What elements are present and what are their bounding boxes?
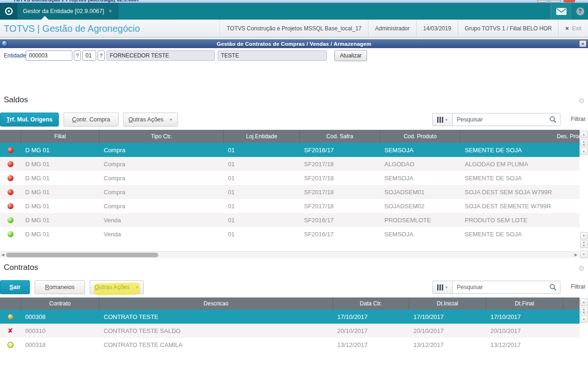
cell: D MG 01 xyxy=(21,227,99,241)
refresh-button[interactable]: Atualizar xyxy=(334,50,367,61)
column-header-filial[interactable]: Filial xyxy=(21,130,99,143)
contratos-gear-icon[interactable]: ⚙ xyxy=(579,265,585,272)
table-row[interactable]: D MG 01 Compra 01 SF2016/17 SEMSOJA SEME… xyxy=(0,143,580,157)
mail-button[interactable] xyxy=(551,3,572,20)
search-icon[interactable] xyxy=(549,116,557,125)
scroll-top-icon[interactable]: ▲ xyxy=(580,148,588,155)
close-button[interactable] xyxy=(564,0,575,2)
cell: 17/10/2017 xyxy=(409,310,486,324)
tab-close-icon[interactable]: × xyxy=(109,8,112,14)
tab-gestor-da-entidade[interactable]: Gestor da Entidade [02.9.0067] × xyxy=(17,3,119,20)
scroll-top-icon[interactable]: ▲ xyxy=(580,315,588,323)
cell: Venda xyxy=(99,227,223,241)
contratos-search-input[interactable] xyxy=(452,281,560,294)
status-column-header[interactable] xyxy=(0,297,21,310)
scroll-page-up-icon[interactable]: ▲▲ xyxy=(580,139,588,147)
entity-store-input[interactable] xyxy=(82,50,96,61)
table-row[interactable]: D MG 01 Compra 01 SF2017/18 SOJADSEM01 S… xyxy=(0,185,580,199)
user-label: Administrador xyxy=(368,20,416,37)
table-row[interactable]: 000308 CONTRATO TESTE 17/10/2017 17/10/2… xyxy=(0,310,580,324)
cell: SOJA DEST SEM SOJA W799R xyxy=(460,185,580,199)
column-header-cod-produto[interactable]: Cod. Produto xyxy=(380,130,460,143)
table-row[interactable]: 000318 CONTRATO TESTE CAMILA 13/12/2017 … xyxy=(0,338,580,352)
scroll-up-icon[interactable]: ▲ xyxy=(580,131,588,138)
date-label: 14/03/2019 xyxy=(416,20,458,37)
saldos-outras-acoes-button[interactable]: Outras Ações▼ xyxy=(123,113,178,127)
contratos-outras-acoes-button[interactable]: Outras Ações▼ xyxy=(90,280,144,294)
exit-button[interactable]: × Exit xyxy=(558,20,588,37)
entity-code-lookup-button[interactable]: ? xyxy=(74,50,81,61)
saldos-columns-button[interactable]: ▼ xyxy=(432,113,452,126)
saldos-section-title: Saldos xyxy=(4,95,28,105)
table-row[interactable]: D MG 01 Venda 01 SF2016/17 PRODSEMLOTE P… xyxy=(0,213,580,227)
cell: SF2017/18 xyxy=(299,199,380,213)
minimize-button[interactable] xyxy=(537,0,548,2)
cell: 01 xyxy=(223,143,299,157)
contratos-columns-button[interactable]: ▼ xyxy=(432,281,452,294)
status-column-header[interactable] xyxy=(0,130,21,143)
status-olive-sphere-icon xyxy=(7,314,14,320)
table-row[interactable]: D MG 01 Compra 01 SF2017/18 SOJADSEM02 S… xyxy=(0,199,580,213)
columns-icon xyxy=(437,117,443,123)
search-icon[interactable] xyxy=(549,283,557,293)
column-header-cod-safra[interactable]: Cod. Safra xyxy=(299,130,380,143)
exit-x-icon: × xyxy=(565,25,569,32)
column-header-descricao[interactable]: Descricao xyxy=(99,297,333,310)
scroll-bottom-icon[interactable]: ▼ xyxy=(580,251,588,258)
scroll-left-icon[interactable]: ◀ xyxy=(0,253,6,257)
totvs-logo-icon[interactable] xyxy=(0,3,17,20)
saldos-search-input[interactable] xyxy=(452,113,560,126)
table-row[interactable]: D MG 01 Venda 01 SF2016/17 SEMSOJA SEMEN… xyxy=(0,227,580,241)
column-header-dt-final[interactable]: Dt.Final xyxy=(486,297,563,310)
table-row[interactable]: D MG 01 Compra 01 SF2017/18 ALGODAO ALGO… xyxy=(0,157,580,171)
saldos-grid-header: Filial Tipo Ctr. Loj.Entidade Cod. Safra… xyxy=(0,130,580,143)
envelope-icon xyxy=(556,8,567,15)
romaneios-button[interactable]: Romaneios xyxy=(35,280,85,294)
cell: 13/12/2017 xyxy=(486,338,563,352)
cell: Compra xyxy=(99,143,223,157)
cell: 01 xyxy=(223,185,299,199)
table-row[interactable]: 000310 CONTRATO TESTE SALDO 20/10/2017 2… xyxy=(0,324,580,338)
cell: CONTRATO TESTE CAMILA xyxy=(99,338,333,352)
contr-compra-button[interactable]: Contr. Compra xyxy=(64,113,119,127)
column-header-contrato[interactable]: Contrato xyxy=(21,297,99,310)
help-button[interactable]: ? xyxy=(572,3,588,20)
dialog-close-button[interactable]: × xyxy=(579,40,587,47)
cell: Venda xyxy=(99,213,223,227)
sair-button[interactable]: Sair xyxy=(0,280,30,294)
column-header-empty[interactable] xyxy=(563,297,580,310)
scroll-right-icon[interactable]: ▶ xyxy=(573,253,579,257)
scroll-page-down-icon[interactable]: ▼▼ xyxy=(580,241,588,248)
cell: D MG 01 xyxy=(21,213,99,227)
saldos-toolbar: Trf. Mul. Origens Contr. Compra Outras A… xyxy=(0,113,588,127)
scroll-down-icon[interactable]: ▼ xyxy=(580,232,588,240)
os-window-title: TOTVS Construção e Projetos (Microsiga) … xyxy=(13,0,140,2)
cell: 01 xyxy=(223,213,299,227)
cell: SEMENTE DE SOJA xyxy=(460,227,580,241)
cell: SF2016/17 xyxy=(299,213,380,227)
saldos-filter-link[interactable]: Filtrar xyxy=(571,116,586,122)
saldos-gear-icon[interactable]: ⚙ xyxy=(579,97,585,104)
cell: 01 xyxy=(223,157,299,171)
column-header-tipo-ctr[interactable]: Tipo Ctr. xyxy=(99,130,223,143)
trf-mul-origens-button[interactable]: Trf. Mul. Origens xyxy=(0,113,59,127)
scroll-up-icon[interactable]: ▲ xyxy=(580,298,588,306)
cell: Compra xyxy=(99,199,223,213)
cell: ALGODAO xyxy=(380,157,460,171)
entity-store-lookup-button[interactable]: ? xyxy=(98,50,105,61)
maximize-button[interactable] xyxy=(550,0,561,2)
exit-label: Exit xyxy=(572,25,581,32)
column-header-data-ctr[interactable]: Data Ctr. xyxy=(333,297,409,310)
table-row[interactable]: D MG 01 Compra 01 SF2017/18 SEMSOJA SEME… xyxy=(0,171,580,185)
column-header-des-produto[interactable]: Des. Produto xyxy=(460,130,580,143)
dialog-title: Gestão de Contratos de Compras / Vendas … xyxy=(0,41,588,47)
column-header-dt-inicial[interactable]: Dt.Inicial xyxy=(409,297,486,310)
column-header-loj-entidade[interactable]: Loj.Entidade xyxy=(223,130,299,143)
entity-code-input[interactable] xyxy=(26,50,72,61)
horizontal-scroll-thumb[interactable] xyxy=(6,253,158,257)
contratos-toolbar: Sair Romaneios Outras Ações▼ ▼ Filtrar xyxy=(0,280,588,294)
cell: 01 xyxy=(223,227,299,241)
cell: D MG 01 xyxy=(21,171,99,185)
scroll-page-up-icon[interactable]: ▲▲ xyxy=(580,307,588,314)
contratos-filter-link[interactable]: Filtrar xyxy=(571,283,586,290)
